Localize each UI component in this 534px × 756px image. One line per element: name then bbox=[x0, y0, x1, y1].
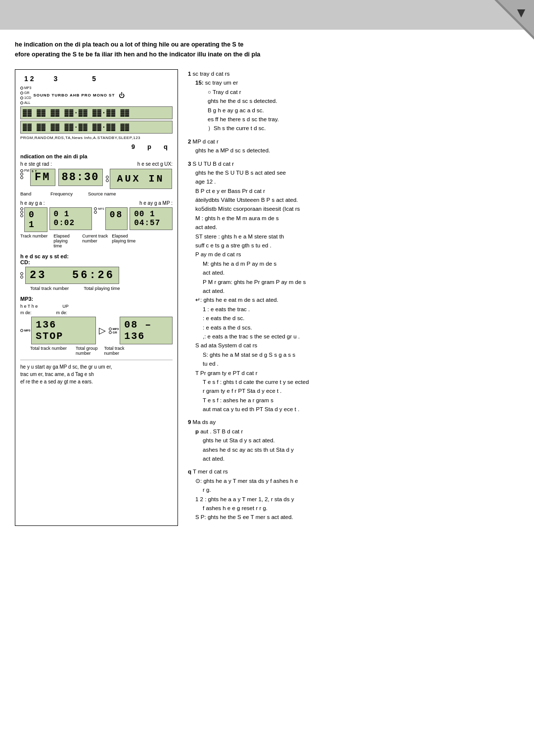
itemq-sub: ⊙: ghts he a y T mer sta ds y f ashes h … bbox=[195, 476, 519, 522]
right-item-3: 3 S U TU B d cat r ghts he the S U TU B … bbox=[188, 159, 519, 414]
item3-r4: ,: e eats a the trac s the se ected gr u… bbox=[203, 332, 519, 341]
source-indicators bbox=[106, 176, 109, 182]
itemq-num: q bbox=[188, 469, 191, 474]
mp3-total-display: 136 STOP bbox=[31, 317, 96, 344]
mp3-label: MP3 bbox=[24, 86, 31, 90]
cd-total-track: 23 bbox=[30, 269, 46, 282]
top-indicator-row: MP3 GR 1CD ALL SOUND TURBO AHB bbox=[20, 86, 173, 105]
src-dot1 bbox=[106, 176, 109, 179]
item3-ST: ST stere : ghts h e a M stere stat th bbox=[195, 232, 519, 241]
track-elapsed-row: 0 1 0 1 0:02 MP3 08 bbox=[20, 207, 173, 232]
item3-arrow: ↵: ghts he e eat m de s act ated. bbox=[195, 295, 519, 304]
cd-total-track-label: Total track number bbox=[30, 285, 69, 291]
item9-num: 9 bbox=[188, 419, 191, 425]
item3-S2: S: ghts he a M stat se d g S s g a s s bbox=[203, 350, 519, 359]
item3-T4: aut mat ca y tu ed th PT Sta d y ece t . bbox=[203, 405, 519, 414]
freq-matrix-chars: ▓▓ ▓▓ ▓▓ ▓▓·▓▓ ▓▓·▓▓ ▓▓ bbox=[23, 109, 130, 117]
mp3-left-group: MP3 136 STOP bbox=[20, 317, 96, 344]
item9-p2: ghts he ut Sta d y s act ated. bbox=[203, 436, 519, 445]
setting-label-left: h e ste gt rad : bbox=[20, 161, 52, 167]
mp3-dot bbox=[20, 87, 23, 90]
item3-S: S ad ata System d cat rs bbox=[195, 341, 519, 350]
mp3-indicators-r: MP3 GR bbox=[109, 328, 119, 334]
mp3-mode-right: UP bbox=[62, 304, 69, 309]
cd-display-row: 23 56:26 bbox=[20, 267, 173, 284]
cd-section: h e d sc ay s st ed:CD: 23 56:26 Total t… bbox=[20, 253, 173, 291]
band-display: ST FM bbox=[30, 169, 55, 186]
item3-PayM2: act ated. bbox=[203, 268, 519, 277]
curr-mp3: MP3 bbox=[98, 207, 104, 210]
elapsed2-label: Elapsedplaying time bbox=[112, 234, 135, 248]
band-dot2 bbox=[20, 173, 23, 176]
source-value: AUX IN bbox=[117, 173, 165, 185]
triangle-arrow-icon: ▼ bbox=[514, 5, 528, 21]
item2-title: MP d cat r bbox=[193, 139, 219, 144]
item3-title: S U TU B d cat r bbox=[193, 161, 234, 167]
intro-text: he indication on the di pla teach ou a l… bbox=[15, 40, 519, 59]
freq-label: Frequency bbox=[50, 191, 85, 196]
current-elapsed-group: MP3 08 00 1 04:57 bbox=[94, 207, 173, 230]
mp3-right-group: MP3 GR 08 – 136 bbox=[109, 317, 173, 344]
item1-B1: B g h e ay g ac a d sc. bbox=[208, 106, 519, 115]
ay-ga-labels: h e ay g a : h e ay g a MP : bbox=[20, 200, 173, 206]
tk-dot3 bbox=[20, 214, 23, 217]
cd-bottom-labels: Total track number Total playing time bbox=[20, 285, 173, 291]
bottom-note-line2: trac um er, trac ame, a d Tag e sh bbox=[20, 371, 173, 378]
num-p: p bbox=[147, 143, 151, 150]
right-item-2: 2 MP d cat r ghts he a MP d sc s detecte… bbox=[188, 137, 519, 155]
elapsed-label: Elapsedplayingtime bbox=[53, 234, 78, 248]
band-dot1 bbox=[20, 169, 23, 172]
mp3-total-track: 136 bbox=[36, 319, 56, 331]
band-label: Band bbox=[20, 191, 45, 196]
itemq-s2b: f ashes h e e g reset r r g. bbox=[203, 504, 519, 513]
mp3-mode-labels: h e T h e UP bbox=[20, 304, 173, 309]
item3-detail: ghts he the S U TU B s act ated see age … bbox=[195, 168, 519, 414]
source-label: Source name bbox=[88, 191, 116, 196]
item3-r1: 1 : e eats the trac . bbox=[203, 305, 519, 314]
cd1-label: 1CD bbox=[24, 95, 31, 100]
display-num-5: 5 bbox=[92, 75, 96, 83]
item3-PayM: M: ghts he a d m P ay m de s bbox=[203, 259, 519, 268]
item3-k: ko5distb Místc csorporaan itseesit (Icat… bbox=[195, 204, 519, 213]
item1-sub1: 15: sc tray um er bbox=[195, 78, 519, 87]
item2-num: 2 bbox=[188, 139, 191, 144]
tk-dot1 bbox=[20, 207, 23, 210]
left-panel: 1 2 3 5 MP3 GR 1CD bbox=[15, 69, 178, 526]
cd-total-display: 23 56:26 bbox=[25, 267, 119, 284]
mp3-group-val: 08 bbox=[124, 319, 138, 331]
num-q: q bbox=[164, 143, 168, 150]
item3-num: 3 bbox=[188, 161, 191, 167]
display-numbers: 1 2 3 5 bbox=[20, 75, 173, 83]
ay-ga-left: h e ay g a : bbox=[20, 200, 44, 206]
itemq-s1b: r g. bbox=[203, 485, 519, 494]
item3-S3: tu ed . bbox=[203, 359, 519, 368]
item3-r2: : e eats the d sc. bbox=[203, 314, 519, 323]
mp3-bottom-labels: Total track number Total groupnumber Tot… bbox=[20, 346, 173, 356]
curr-indicators: MP3 bbox=[94, 207, 104, 214]
track-indicators bbox=[20, 207, 23, 217]
right-panel: 1 sc tray d cat rs 15: sc tray um er ○ T… bbox=[188, 69, 519, 526]
item3-BP: B P ct e y er Bass Pr d cat r bbox=[195, 187, 519, 195]
mp3-indicators: MP3 bbox=[20, 329, 30, 332]
item3-M2: act ated. bbox=[195, 223, 519, 232]
mp3-label: MP3: bbox=[20, 296, 173, 302]
freq-matrix2-chars: ▓▓ ▓▓ ▓▓ ▓▓·▓▓ ▓▓·▓▓ ▓▓ bbox=[23, 123, 130, 131]
band-ind1: FM bbox=[24, 169, 29, 172]
all-dot bbox=[20, 101, 23, 104]
mp3-mode-left2: m de: bbox=[20, 310, 32, 315]
gr-dot-r bbox=[109, 331, 112, 334]
item1-B2: es ff he there s d sc the tray. bbox=[208, 115, 519, 124]
mp3-mode-right2: m de: bbox=[56, 310, 68, 315]
item3-d2: age 12 . bbox=[195, 177, 519, 186]
all-label: ALL bbox=[24, 100, 30, 105]
item3-T1: T e s f : ghts t d cate the curre t y se… bbox=[203, 378, 519, 386]
setting-label-right: h e se ect g UX: bbox=[137, 161, 173, 167]
bfs-labels: Band Frequency Source name bbox=[20, 191, 173, 196]
cd-label: h e d sc ay s st ed:CD: bbox=[20, 253, 173, 265]
mp3-arrow-icon: ▷ bbox=[99, 325, 106, 336]
sound-bar-label: SOUND TURBO AHB PRO MONO ST bbox=[33, 93, 115, 97]
gr-label: GR bbox=[24, 91, 30, 95]
band-sm-label: ST bbox=[32, 170, 38, 173]
main-layout: 1 2 3 5 MP3 GR 1CD bbox=[15, 69, 519, 526]
item9-sub: p aut . ST B d cat r ghts he ut Sta d y … bbox=[195, 427, 519, 464]
